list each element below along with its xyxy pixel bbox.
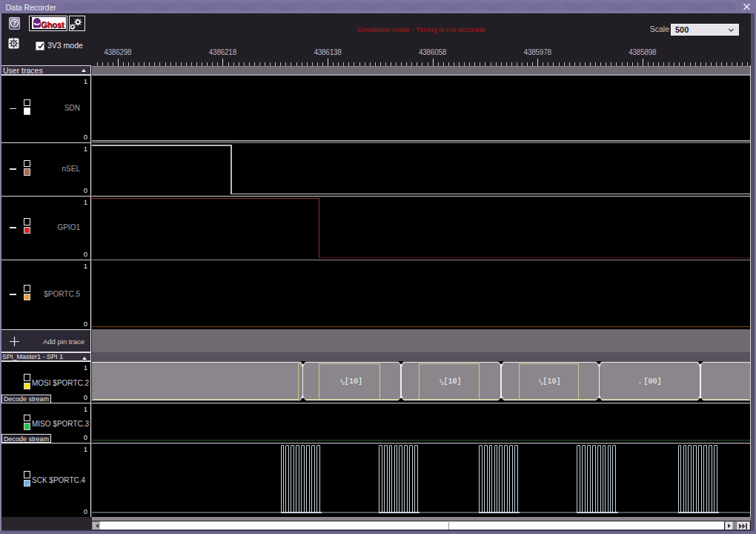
svg-text:?: ?: [13, 19, 16, 27]
